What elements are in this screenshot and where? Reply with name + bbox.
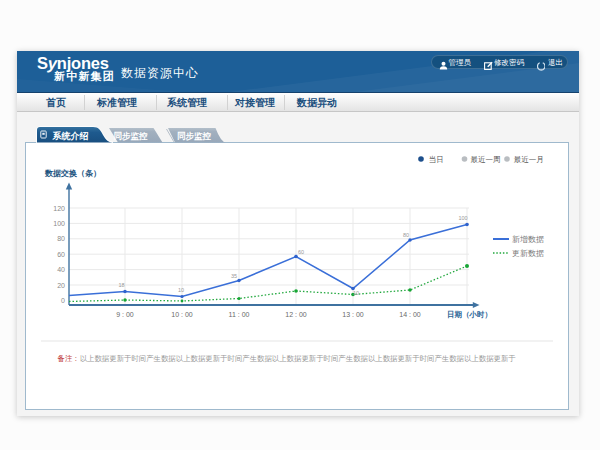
svg-text:最近一月: 最近一月 bbox=[514, 155, 544, 164]
svg-text:20: 20 bbox=[57, 282, 65, 289]
svg-text:0: 0 bbox=[61, 297, 65, 304]
svg-text:系统介绍: 系统介绍 bbox=[52, 131, 89, 141]
svg-text:13 : 00: 13 : 00 bbox=[342, 311, 364, 318]
svg-text:11 : 00: 11 : 00 bbox=[229, 311, 250, 318]
svg-text:10: 10 bbox=[178, 287, 184, 293]
svg-text:100: 100 bbox=[53, 220, 65, 227]
svg-text:14 : 00: 14 : 00 bbox=[399, 311, 421, 318]
svg-text:数据交换（条）: 数据交换（条） bbox=[44, 169, 101, 178]
svg-text:80: 80 bbox=[403, 232, 409, 238]
svg-text:100: 100 bbox=[458, 215, 467, 221]
svg-text:18: 18 bbox=[118, 282, 124, 288]
svg-text:35: 35 bbox=[231, 273, 237, 279]
svg-text:60: 60 bbox=[57, 251, 65, 258]
svg-text:80: 80 bbox=[57, 235, 65, 242]
svg-text:当日: 当日 bbox=[429, 155, 444, 164]
svg-text:最近一周: 最近一周 bbox=[471, 155, 501, 164]
svg-text:同步监控: 同步监控 bbox=[177, 131, 212, 141]
svg-text:日期（小时）: 日期（小时） bbox=[447, 310, 492, 319]
svg-text:9 : 00: 9 : 00 bbox=[116, 311, 134, 318]
svg-text:备注：以上数据更新于时间产生数据以上数据更新于时间产生数据以: 备注：以上数据更新于时间产生数据以上数据更新于时间产生数据以上数据更新于时间产生… bbox=[58, 354, 517, 363]
svg-text:10: 10 bbox=[353, 290, 359, 296]
svg-text:同步监控: 同步监控 bbox=[114, 131, 149, 141]
svg-text:40: 40 bbox=[57, 266, 65, 273]
svg-text:12 : 00: 12 : 00 bbox=[285, 311, 307, 318]
svg-text:120: 120 bbox=[53, 205, 65, 212]
svg-text:10 : 00: 10 : 00 bbox=[171, 311, 193, 318]
svg-text:新增数据: 新增数据 bbox=[512, 235, 544, 244]
svg-text:更新数据: 更新数据 bbox=[512, 249, 544, 258]
svg-text:60: 60 bbox=[298, 249, 304, 255]
